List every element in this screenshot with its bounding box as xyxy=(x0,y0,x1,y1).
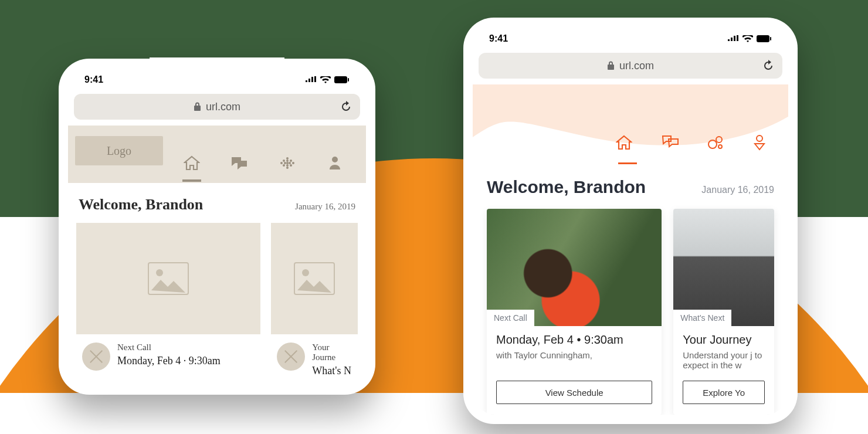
status-icons xyxy=(305,76,350,84)
card-image: Next Call xyxy=(487,209,662,326)
avatar-placeholder-icon xyxy=(277,343,305,371)
card-tag: What's Next xyxy=(673,310,731,326)
wifi-icon xyxy=(742,35,753,43)
svg-point-13 xyxy=(290,164,292,167)
card-label: Next Call xyxy=(117,343,221,352)
svg-point-7 xyxy=(284,162,286,164)
svg-point-24 xyxy=(757,135,762,141)
svg-point-16 xyxy=(156,269,163,276)
wireframe-card[interactable]: Next Call Monday, Feb 4 · 9:30am xyxy=(76,223,260,385)
signal-icon xyxy=(727,35,739,42)
nav-grid-icon[interactable] xyxy=(271,149,304,177)
card-tag: Next Call xyxy=(487,310,534,326)
status-time: 9:41 xyxy=(84,74,103,85)
card-image: What's Next xyxy=(673,209,774,326)
browser-url: url.com xyxy=(619,60,654,72)
svg-point-3 xyxy=(283,160,285,162)
top-nav xyxy=(616,135,777,161)
welcome-heading: Welcome, Brandon xyxy=(487,177,646,197)
lock-icon xyxy=(607,61,615,70)
battery-icon xyxy=(334,76,350,84)
nav-chat-icon[interactable] xyxy=(662,135,685,161)
svg-rect-1 xyxy=(348,78,349,82)
status-bar: 9:41 xyxy=(473,27,788,50)
battery-icon xyxy=(757,35,772,43)
lock-icon xyxy=(194,102,201,111)
card-subtext: with Taylor Cunningham, xyxy=(496,350,652,360)
logo-placeholder[interactable]: Logo xyxy=(75,136,163,165)
page-date: January 16, 2019 xyxy=(701,185,774,195)
svg-point-2 xyxy=(286,157,289,160)
svg-point-12 xyxy=(286,164,289,167)
welcome-heading: Welcome, Brandon xyxy=(79,196,203,213)
refresh-icon[interactable] xyxy=(762,60,774,72)
wireframe-top-nav: Logo xyxy=(68,126,366,183)
svg-point-11 xyxy=(283,164,285,167)
nav-profile-icon[interactable] xyxy=(318,149,351,177)
card-subtext: Understand your j to expect in the w xyxy=(683,350,765,370)
avatar-placeholder-icon xyxy=(82,343,110,371)
status-icons xyxy=(727,35,772,43)
signal-icon xyxy=(305,76,317,83)
browser-url: url.com xyxy=(206,101,240,113)
svg-rect-20 xyxy=(770,37,771,40)
svg-point-8 xyxy=(286,162,289,164)
nav-home-icon[interactable] xyxy=(175,149,208,177)
phone-notch xyxy=(150,57,284,75)
card-label: Your Journe xyxy=(312,343,352,362)
svg-point-21 xyxy=(708,140,717,148)
svg-point-4 xyxy=(286,160,289,162)
page-date: January 16, 2019 xyxy=(295,202,355,212)
nav-home-icon[interactable] xyxy=(616,135,639,161)
svg-rect-19 xyxy=(757,35,769,42)
image-placeholder-icon xyxy=(271,223,358,334)
explore-button[interactable]: Explore Yo xyxy=(683,381,765,404)
svg-rect-0 xyxy=(334,76,347,83)
svg-point-22 xyxy=(716,137,722,143)
nav-chat-icon[interactable] xyxy=(223,149,256,177)
card-line: Monday, Feb 4 · 9:30am xyxy=(117,355,221,367)
status-time: 9:41 xyxy=(489,33,508,44)
header-wave xyxy=(473,84,788,167)
svg-point-9 xyxy=(289,162,291,164)
browser-address-bar[interactable]: url.com xyxy=(479,53,782,79)
card-heading: Your Journey xyxy=(683,333,765,347)
svg-point-23 xyxy=(718,145,722,148)
svg-point-18 xyxy=(302,269,309,276)
card-heading: Monday, Feb 4 • 9:30am xyxy=(496,333,652,347)
wifi-icon xyxy=(320,76,331,84)
svg-point-5 xyxy=(290,160,292,162)
svg-point-10 xyxy=(292,162,294,164)
nav-profile-icon[interactable] xyxy=(753,135,777,161)
browser-address-bar[interactable]: url.com xyxy=(74,94,360,120)
wireframe-card[interactable]: Your Journe What's N xyxy=(271,223,358,385)
svg-point-14 xyxy=(286,167,289,169)
card-line: What's N xyxy=(312,365,352,377)
dashboard-card[interactable]: What's Next Your Journey Understand your… xyxy=(673,209,774,415)
svg-point-6 xyxy=(280,162,283,164)
phone-wireframe: 9:41 url.com Logo xyxy=(59,59,375,395)
nav-bubbles-icon[interactable] xyxy=(707,135,731,161)
dashboard-card[interactable]: Next Call Monday, Feb 4 • 9:30am with Ta… xyxy=(487,209,662,415)
refresh-icon[interactable] xyxy=(340,101,352,113)
view-schedule-button[interactable]: View Schedule xyxy=(496,381,652,404)
image-placeholder-icon xyxy=(76,223,260,334)
phone-polished: 9:41 url.com xyxy=(463,18,798,424)
